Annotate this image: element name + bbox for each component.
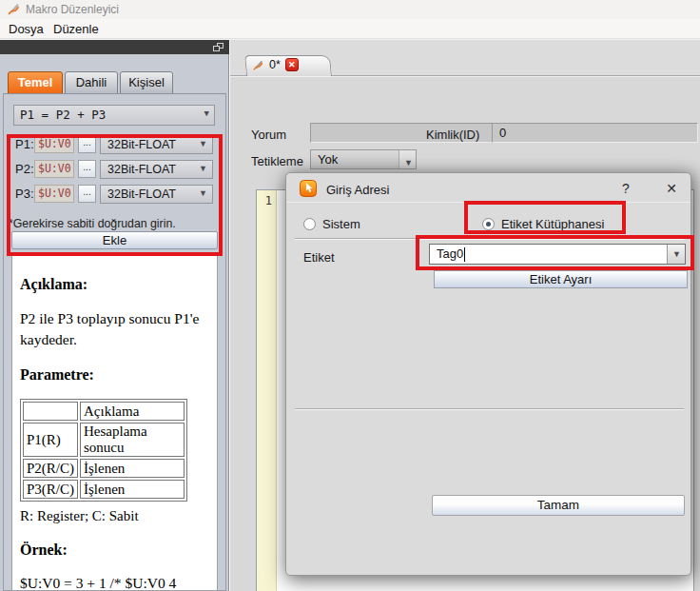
tab-temel[interactable]: Temel [8,71,63,94]
help-icon[interactable]: ? [618,181,633,196]
trigger-select[interactable]: Yok ▼ [310,149,417,169]
radio-system[interactable] [303,218,316,230]
doc-legend: R: Register; C: Sabit [20,508,211,524]
section-divider [295,408,684,410]
input-address-dialog: Giriş Adresi ? ✕ Sistem Etiket Kütüphane… [285,172,691,576]
chevron-down-icon[interactable]: ▼ [667,245,685,264]
ok-button[interactable]: Tamam [432,495,685,516]
title-bar: Makro Düzenleyici [0,0,700,19]
app-logo-icon [7,2,21,16]
param-type-select[interactable]: 32Bit-FLOAT ▼ [100,185,213,204]
param-label: P2: [15,162,34,176]
tab-dahili[interactable]: Dahili [65,71,118,94]
function-doc-panel: Açıklama: P2 ile P3 toplayıp sonucu P1'e… [11,254,218,591]
section-divider [295,238,684,240]
tab-close-icon[interactable]: ✕ [285,58,299,71]
id-input[interactable]: 0 [492,123,698,143]
radio-tag-library-label[interactable]: Etiket Kütüphanesi [501,217,604,231]
menu-edit[interactable]: Düzenle [49,22,103,36]
radio-system-label[interactable]: Sistem [322,217,360,231]
table-cell: P1(R) [23,423,78,457]
param-label: P1: [15,137,34,151]
window-title: Makro Düzenleyici [26,3,119,16]
macro-icon [252,59,264,71]
menu-bar: Dosya Düzenle [0,19,700,39]
doc-desc-heading: Açıklama: [20,276,211,293]
table-cell: İşlenen [80,480,185,499]
browse-button[interactable]: ... [78,185,96,203]
param-row-p1: P1: $U:V0 ... 32Bit-FLOAT ▼ [0,135,229,154]
constant-hint-text: *Gerekirse sabiti doğrudan girin. [9,217,227,230]
float-window-icon[interactable] [213,43,224,51]
param-address-input[interactable]: $U:V0 [34,185,74,203]
table-cell: Hesaplama sonucu [80,423,185,457]
chevron-down-icon: ▼ [204,104,209,123]
add-button[interactable]: Ekle [11,231,218,249]
tab-kisisel[interactable]: Kişisel [120,71,173,94]
table-row: P2(R/C) İşlenen [23,459,185,478]
text-caret [464,247,465,262]
tag-label: Etiket [303,250,335,265]
param-address-input[interactable]: $U:V0 [34,135,74,153]
dock-header[interactable] [0,40,229,54]
menu-file[interactable]: Dosya [5,22,48,36]
param-table: Açıklama P1(R) Hesaplama sonucu P2(R/C) … [20,399,187,502]
param-type-value: 32Bit-FLOAT [107,138,176,151]
table-cell: P3(R/C) [23,480,78,499]
chevron-down-icon: ▼ [199,185,207,202]
param-type-value: 32Bit-FLOAT [107,187,176,201]
dialog-title: Giriş Adresi [326,183,389,197]
browse-button[interactable]: ... [78,135,96,153]
input-address-icon [300,180,317,197]
table-row: P3(R/C) İşlenen [23,480,185,499]
trigger-select-value: Yok [318,152,338,167]
tag-combobox[interactable]: Tag0 ▼ [429,244,686,265]
table-row: Açıklama [23,402,185,421]
chevron-down-icon: ▼ [199,135,207,152]
chevron-down-icon: ▼ [399,150,416,168]
chevron-down-icon: ▼ [199,160,207,177]
trigger-label: Tetikleme [251,154,303,168]
param-address-input[interactable]: $U:V0 [34,160,74,178]
id-label: Kimlik(ID) [426,128,479,142]
param-row-p2: P2: $U:V0 ... 32Bit-FLOAT ▼ [0,160,229,179]
doc-param-heading: Parametre: [20,366,211,384]
param-type-select[interactable]: 32Bit-FLOAT ▼ [100,135,213,154]
param-label: P3: [15,187,34,201]
browse-button[interactable]: ... [78,160,96,178]
example-line: $U:V0 = 3 + 1 /* $U:V0 4 [20,574,211,591]
table-cell: Açıklama [80,402,185,421]
comment-label: Yorum [251,128,286,142]
close-icon[interactable]: ✕ [664,181,679,196]
table-cell: İşlenen [80,459,185,478]
doc-desc-text: P2 ile P3 toplayıp sonucu P1'e kaydeder. [20,308,211,349]
param-type-value: 32Bit-FLOAT [107,163,176,176]
line-number-gutter: 1 [257,190,277,591]
tab-label: 0* [269,58,281,71]
line-number: 1 [265,194,272,207]
function-sidebar: Temel Dahili Kişisel P1 = P2 + P3 ▼ P1: … [0,40,229,591]
table-cell [23,402,78,421]
doc-example-heading: Örnek: [20,542,211,559]
title-divider [287,202,690,203]
tag-combobox-value: Tag0 [437,246,463,261]
param-row-p3: P3: $U:V0 ... 32Bit-FLOAT ▼ [0,185,229,204]
radio-tag-library[interactable] [482,218,495,230]
doc-example-code: $U:V0 = 3 + 1 /* $U:V0 4 olur*/ [20,574,211,591]
tag-setting-button[interactable]: Etiket Ayarı [434,270,688,288]
function-select[interactable]: P1 = P2 + P3 ▼ [13,105,215,126]
param-type-select[interactable]: 32Bit-FLOAT ▼ [100,160,213,179]
function-select-value: P1 = P2 + P3 [20,108,106,122]
macro-document-tab[interactable]: 0* ✕ [246,55,332,76]
table-row: P1(R) Hesaplama sonucu [23,423,185,457]
table-cell: P2(R/C) [23,459,78,478]
